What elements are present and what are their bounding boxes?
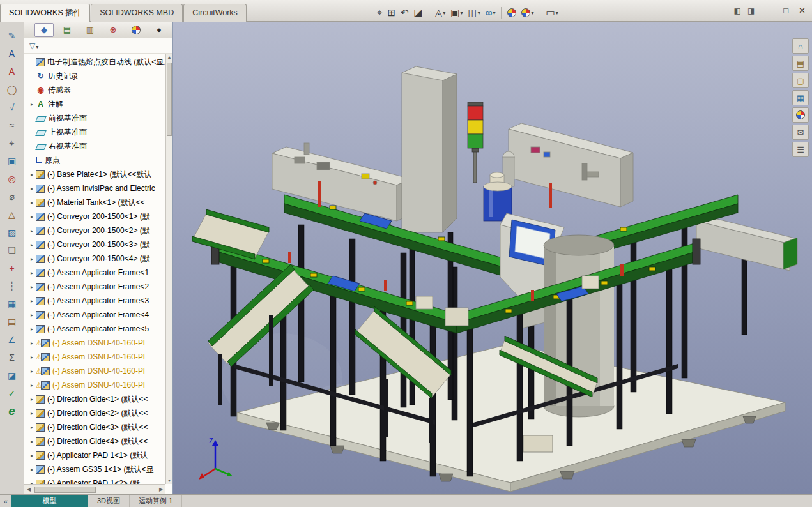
ribbon-tab-1[interactable]: SOLIDWORKS 插件 [0, 4, 90, 22]
tree-item[interactable]: ▸(-) Conveyor 200-1500<1> (默 [24, 209, 165, 223]
tree-item[interactable]: ▸(-) Material Tank<1> (默认<< [24, 195, 165, 209]
area-hatch-button[interactable]: ▨ [3, 225, 21, 240]
expand-arrow-icon[interactable]: ▸ [28, 228, 36, 234]
tree-vertical-scrollbar[interactable]: ▲ ▼ [165, 54, 172, 484]
minimize-button[interactable]: — [765, 5, 773, 17]
tab-scroll-left[interactable]: « [0, 497, 11, 505]
tree-item[interactable]: ▸(-) Conveyor 200-1500<2> (默 [24, 223, 165, 238]
right-machine[interactable] [509, 123, 633, 207]
note-button[interactable]: A [3, 46, 21, 61]
expand-arrow-icon[interactable]: ▸ [28, 284, 36, 290]
expand-arrow-icon[interactable]: ▸ [28, 467, 36, 473]
center-mark-button[interactable]: + [3, 261, 21, 276]
horizontal-scroll-thumb[interactable] [34, 487, 96, 493]
tree-item[interactable]: ▸(-) Conveyor 200-1500<4> (默 [24, 252, 165, 266]
displaymanager-tab[interactable] [126, 23, 146, 37]
scroll-right-arrow[interactable]: ▶ [157, 487, 165, 492]
expand-arrow-icon[interactable]: ▸ [28, 102, 36, 107]
tree-item[interactable]: ▸(-) Direction Gide<1> (默认<< [24, 392, 165, 406]
tree-item[interactable]: ▸⚠(-) Assem DSNU-40-160-Pl [24, 364, 165, 378]
revision-symbol-button[interactable]: △ [3, 207, 21, 222]
dynamic-annotation-views-button[interactable]: ◬▾ [434, 6, 447, 20]
appearances-scenes-tab[interactable] [792, 107, 809, 123]
expand-arrow-icon[interactable]: ▸ [28, 425, 36, 430]
solidworks-resources-tab[interactable]: ⌂ [792, 38, 809, 54]
expand-arrow-icon[interactable]: ▸ [28, 340, 36, 346]
dropdown-caret-icon[interactable]: ▾ [556, 10, 558, 16]
cam-tab[interactable]: ● [149, 23, 169, 37]
surface-finish-button[interactable]: √ [3, 100, 21, 115]
tree-item[interactable]: ◉传感器 [24, 83, 165, 97]
tree-item[interactable]: 右视基准面 [24, 139, 165, 153]
configurationmanager-tab[interactable]: ▥ [80, 23, 100, 37]
section-properties-button[interactable]: ◪ [3, 368, 21, 383]
featuremanager-tab[interactable]: ◆ [34, 23, 54, 37]
geometric-tolerance-button[interactable]: ⌖ [3, 135, 21, 151]
style-painter-button[interactable]: ✎ [3, 28, 21, 43]
show-task-pane-button[interactable]: ◨ [747, 5, 755, 17]
bom-button[interactable]: ▤ [3, 314, 21, 329]
zoom-to-fit-button[interactable]: ⌖ [376, 6, 383, 20]
edit-appearance-button[interactable] [506, 6, 517, 20]
mass-properties-button[interactable]: Σ [3, 350, 21, 365]
tree-item[interactable]: ↻历史记录 [24, 69, 165, 83]
blocks-button[interactable]: ❏ [3, 243, 21, 258]
edrawings-button[interactable]: e [3, 404, 21, 419]
tree-item[interactable]: ▸(-) Applicator PAD 1<2> (默 [24, 476, 165, 484]
datum-target-button[interactable]: ◎ [3, 171, 21, 186]
forum-tab[interactable]: ✉ [792, 125, 809, 140]
measure-button[interactable]: ∠ [3, 332, 21, 347]
expand-arrow-icon[interactable]: ▸ [28, 411, 36, 416]
status-tab-2[interactable]: 3D视图 [88, 495, 130, 507]
tree-item[interactable]: ▸(-) Direction Gide<2> (默认<< [24, 406, 165, 420]
tree-item[interactable]: ▸(-) Applicator PAD 1<1> (默认 [24, 448, 165, 462]
weld-symbol-button[interactable]: ≈ [3, 117, 21, 133]
expand-arrow-icon[interactable]: ▸ [28, 214, 36, 220]
check-button[interactable]: ✓ [3, 386, 21, 401]
dropdown-caret-icon[interactable]: ▾ [443, 10, 445, 16]
hide-show-items-button[interactable]: ∞▾ [484, 6, 497, 20]
tree-item[interactable]: ▸(-) Assem Applicator Frame<2 [24, 280, 165, 294]
display-style-button[interactable]: ◫▾ [467, 6, 482, 20]
close-button[interactable]: ✕ [799, 5, 806, 17]
expand-arrow-icon[interactable]: ▸ [28, 354, 36, 360]
expand-arrow-icon[interactable]: ▸ [28, 439, 36, 444]
tree-horizontal-scrollbar[interactable]: ◀ ▶ [24, 484, 165, 494]
tree-item[interactable]: ▸(-) Conveyor 200-1500<3> (默 [24, 238, 165, 252]
datum-feature-button[interactable]: ▣ [3, 153, 21, 169]
tree-item[interactable]: ▸(-) Assem InvisiPac and Electric [24, 181, 165, 195]
status-tab-1[interactable]: 模型 [11, 495, 88, 507]
hole-callout-button[interactable]: ⌀ [3, 189, 21, 204]
linked-note-button[interactable]: A [3, 64, 21, 79]
apply-scene-button[interactable]: ▾ [520, 6, 535, 20]
tree-item[interactable]: ▸A注解 [24, 97, 165, 111]
expand-arrow-icon[interactable]: ▸ [28, 172, 36, 178]
tree-item[interactable]: ▸⚠(-) Assem DSNU-40-160-Pl [24, 336, 165, 350]
tree-item[interactable]: 前视基准面 [24, 111, 165, 125]
custom-properties-tab[interactable]: ☰ [792, 142, 809, 157]
tree-item[interactable]: ▸(-) Assem GS35 1<1> (默认<显 [24, 462, 165, 476]
tables-button[interactable]: ▦ [3, 296, 21, 312]
view-palette-tab[interactable]: ▦ [792, 90, 809, 105]
ribbon-tab-3[interactable]: CircuitWorks [183, 4, 247, 22]
expand-arrow-icon[interactable]: ▸ [28, 298, 36, 304]
design-library-tab[interactable]: ▤ [792, 56, 809, 71]
scroll-left-arrow[interactable]: ◀ [24, 487, 33, 492]
previous-view-button[interactable]: ↶ [399, 6, 410, 20]
expand-arrow-icon[interactable]: ▸ [28, 368, 36, 374]
dimxpertmanager-tab[interactable]: ⊕ [103, 23, 123, 37]
expand-arrow-icon[interactable]: ▸ [28, 242, 36, 248]
tree-item[interactable]: ▸(-) Direction Gide<4> (默认<< [24, 434, 165, 448]
dropdown-caret-icon[interactable]: ▾ [493, 10, 495, 16]
restore-button[interactable]: □ [783, 5, 788, 17]
sensor-cylinder[interactable] [503, 151, 514, 186]
propertymanager-tab[interactable]: ▤ [57, 23, 77, 37]
expand-arrow-icon[interactable]: ▸ [28, 312, 36, 318]
signal-tower-light[interactable] [468, 102, 483, 183]
dropdown-caret-icon[interactable]: ▾ [531, 10, 533, 16]
section-view-button[interactable]: ◪ [413, 6, 424, 20]
tree-item[interactable]: ▸(-) Assem Applicator Frame<1 [24, 266, 165, 280]
view-settings-button[interactable]: ▭▾ [545, 6, 560, 20]
zoom-to-area-button[interactable]: ⊞ [386, 6, 397, 20]
tree-item[interactable]: ▸(-) Assem Applicator Frame<3 [24, 294, 165, 308]
